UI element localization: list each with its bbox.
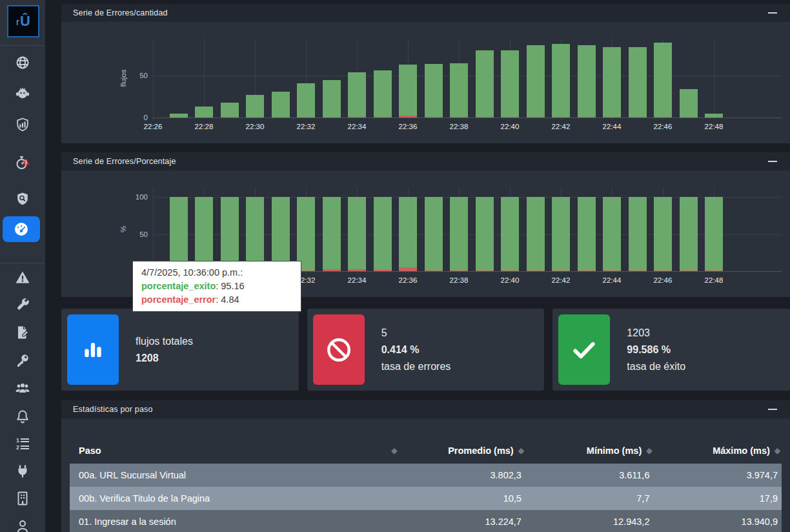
sidebar-item-numbered-list[interactable]: 12: [0, 431, 45, 456]
bar-porcentaje_exito[interactable]: [527, 197, 545, 271]
bar-error[interactable]: [476, 117, 494, 118]
bar-porcentaje_exito[interactable]: [603, 197, 621, 271]
bar-exito[interactable]: [705, 114, 723, 118]
bar-porcentaje_exito[interactable]: [629, 197, 647, 271]
bar-exito[interactable]: [425, 64, 443, 117]
bar-exito[interactable]: [629, 47, 647, 117]
sort-icon[interactable]: ◆: [391, 446, 397, 455]
bar-porcentaje_error[interactable]: [680, 271, 698, 271]
bar-exito[interactable]: [501, 50, 519, 117]
bar-error[interactable]: [450, 117, 468, 118]
bar-porcentaje_exito[interactable]: [195, 197, 213, 271]
sidebar-item-building[interactable]: [0, 486, 45, 511]
bar-error[interactable]: [221, 117, 239, 118]
bar-porcentaje_error[interactable]: [323, 269, 341, 271]
bar-porcentaje_exito[interactable]: [476, 197, 494, 271]
bar-porcentaje_exito[interactable]: [272, 197, 290, 271]
sidebar-item-shield-stats[interactable]: [0, 112, 45, 138]
app-logo[interactable]: rÛ: [7, 5, 39, 37]
bar-exito[interactable]: [654, 43, 672, 116]
bar-error[interactable]: [399, 116, 417, 118]
sidebar-item-users[interactable]: [0, 375, 45, 401]
bar-porcentaje_exito[interactable]: [221, 197, 239, 271]
sort-icon[interactable]: ◆: [518, 446, 524, 455]
bar-porcentaje_error[interactable]: [399, 267, 417, 271]
bar-porcentaje_error[interactable]: [705, 271, 723, 271]
bar-exito[interactable]: [527, 45, 545, 117]
bar-porcentaje_error[interactable]: [374, 270, 392, 271]
sidebar-item-key[interactable]: [0, 347, 45, 373]
minimize-icon[interactable]: [768, 405, 778, 414]
column-header-2[interactable]: Mínimo (ms)◆: [525, 445, 654, 456]
bar-error[interactable]: [552, 117, 570, 118]
bar-exito[interactable]: [297, 83, 315, 118]
bar-porcentaje_exito[interactable]: [297, 197, 315, 271]
bar-exito[interactable]: [348, 72, 366, 117]
sidebar-item-wrench[interactable]: [0, 292, 45, 318]
bar-error[interactable]: [629, 117, 647, 118]
bar-exito[interactable]: [323, 80, 341, 118]
bar-exito[interactable]: [450, 63, 468, 117]
sidebar-item-plug[interactable]: [0, 458, 45, 484]
bar-error[interactable]: [654, 117, 672, 118]
sort-icon[interactable]: ◆: [646, 446, 652, 455]
bar-porcentaje_exito[interactable]: [323, 197, 341, 269]
bar-exito[interactable]: [603, 47, 621, 117]
bar-porcentaje_error[interactable]: [578, 271, 596, 271]
bar-porcentaje_exito[interactable]: [552, 197, 570, 271]
bar-porcentaje_exito[interactable]: [348, 197, 366, 269]
bar-exito[interactable]: [272, 92, 290, 118]
column-header-1[interactable]: Promedio (ms)◆: [397, 445, 525, 456]
bar-porcentaje_exito[interactable]: [170, 197, 188, 271]
sort-icon[interactable]: ◆: [775, 446, 780, 455]
bar-exito[interactable]: [578, 45, 596, 117]
bar-porcentaje_exito[interactable]: [374, 197, 392, 270]
bar-porcentaje_exito[interactable]: [425, 197, 443, 271]
bar-exito[interactable]: [195, 107, 213, 118]
bar-error[interactable]: [374, 117, 392, 118]
bar-porcentaje_error[interactable]: [501, 271, 519, 271]
sidebar-item-globe[interactable]: [0, 50, 45, 76]
sidebar-item-bot[interactable]: [0, 81, 45, 107]
bar-error[interactable]: [501, 117, 519, 118]
bar-error[interactable]: [425, 117, 443, 118]
column-header-0[interactable]: Paso◆: [70, 445, 397, 456]
minimize-icon[interactable]: [768, 157, 778, 166]
column-header-3[interactable]: Máximo (ms)◆: [653, 445, 782, 456]
sidebar-item-person[interactable]: [0, 513, 45, 532]
bar-porcentaje_error[interactable]: [603, 271, 621, 271]
bar-exito[interactable]: [680, 89, 698, 118]
bar-porcentaje_exito[interactable]: [399, 197, 417, 267]
bar-porcentaje_error[interactable]: [348, 269, 366, 271]
bar-porcentaje_exito[interactable]: [705, 197, 723, 271]
bar-exito[interactable]: [246, 95, 264, 118]
bar-porcentaje_error[interactable]: [629, 271, 647, 271]
bar-exito[interactable]: [552, 44, 570, 117]
sidebar-item-dashboard-gauge[interactable]: [3, 216, 40, 242]
bar-porcentaje_exito[interactable]: [578, 197, 596, 271]
bar-error[interactable]: [578, 117, 596, 118]
bar-porcentaje_exito[interactable]: [680, 197, 698, 271]
bar-porcentaje_exito[interactable]: [450, 197, 468, 271]
sidebar-item-alert-triangle[interactable]: [0, 265, 45, 291]
bar-porcentaje_exito[interactable]: [246, 197, 264, 271]
bar-porcentaje_error[interactable]: [654, 271, 672, 271]
bar-exito[interactable]: [374, 70, 392, 117]
bar-error[interactable]: [527, 117, 545, 118]
bar-exito[interactable]: [170, 114, 188, 118]
sidebar-item-shield-search[interactable]: [0, 186, 45, 212]
sidebar-item-document-edit[interactable]: [0, 320, 45, 345]
bar-porcentaje_exito[interactable]: [501, 197, 519, 271]
sidebar-item-stopwatch-alert[interactable]: [0, 150, 45, 176]
bar-exito[interactable]: [399, 65, 417, 116]
minimize-icon[interactable]: [768, 8, 778, 17]
bar-error[interactable]: [348, 117, 366, 118]
bar-porcentaje_exito[interactable]: [654, 197, 672, 271]
bar-porcentaje_error[interactable]: [476, 271, 494, 271]
bar-exito[interactable]: [221, 103, 239, 117]
sidebar-item-bell[interactable]: [0, 404, 45, 429]
bar-porcentaje_error[interactable]: [527, 271, 545, 271]
bar-error[interactable]: [603, 117, 621, 118]
bar-porcentaje_error[interactable]: [450, 271, 468, 271]
bar-porcentaje_error[interactable]: [425, 271, 443, 271]
